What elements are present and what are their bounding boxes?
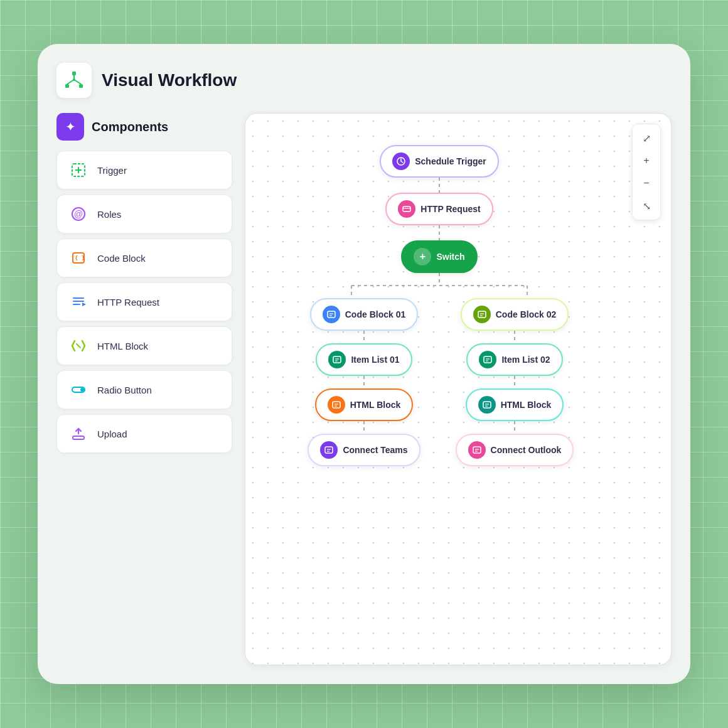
http-icon <box>68 292 88 312</box>
html-block-02-label: HTML Block <box>501 400 552 410</box>
connector-1 <box>439 178 440 193</box>
sidebar: ✦ Components Trigger @ Roles <box>56 113 232 665</box>
switch-icon: + <box>414 248 431 265</box>
connect-outlook-label: Connect Outlook <box>491 445 562 455</box>
components-header: ✦ Components <box>56 113 232 141</box>
node-html-block-02[interactable]: HTML Block <box>466 388 564 421</box>
svg-rect-43 <box>478 311 486 318</box>
html-block-02-icon <box>478 396 496 414</box>
app-title: Visual Workflow <box>102 70 237 90</box>
connect-teams-icon <box>320 441 338 459</box>
http-request-label: HTTP Request <box>420 204 480 214</box>
svg-line-18 <box>77 344 80 348</box>
components-label: Components <box>92 120 168 134</box>
sidebar-item-trigger[interactable]: Trigger <box>56 151 232 190</box>
sidebar-label-html-block: HTML Block <box>97 341 148 351</box>
connector-html01-teams <box>363 421 365 434</box>
zoom-in-button[interactable]: + <box>636 151 656 171</box>
html-block-01-label: HTML Block <box>350 400 401 410</box>
canvas-controls: ⤢ + − ⤡ <box>632 124 661 220</box>
html-block-01-icon <box>328 396 345 414</box>
svg-point-6 <box>73 78 75 81</box>
svg-rect-2 <box>79 84 83 88</box>
item-list-01-label: Item List 01 <box>351 355 399 365</box>
svg-rect-1 <box>65 84 69 88</box>
svg-rect-49 <box>483 402 491 408</box>
svg-rect-31 <box>328 311 335 318</box>
branch-connector-svg <box>276 273 602 298</box>
connector-cb01-il01 <box>363 331 365 343</box>
svg-rect-37 <box>333 402 340 408</box>
node-code-block-01[interactable]: Code Block 01 <box>310 298 418 331</box>
sidebar-label-upload: Upload <box>97 429 127 439</box>
main-content: ✦ Components Trigger @ Roles <box>56 113 672 665</box>
svg-marker-17 <box>82 302 86 306</box>
sidebar-label-http-request: HTTP Request <box>97 297 159 308</box>
schedule-trigger-icon <box>392 153 410 170</box>
code-block-01-icon <box>323 306 340 323</box>
connect-outlook-icon <box>468 441 486 459</box>
upload-icon <box>68 424 88 444</box>
schedule-trigger-label: Schedule Trigger <box>415 156 486 166</box>
svg-rect-46 <box>484 356 491 363</box>
code-block-icon: { } <box>68 248 88 268</box>
radio-icon <box>68 380 88 400</box>
item-list-02-label: Item List 02 <box>501 355 550 365</box>
expand-button[interactable]: ⤢ <box>636 128 656 148</box>
switch-label: Switch <box>436 252 464 262</box>
connector-2 <box>439 225 440 240</box>
sidebar-item-roles[interactable]: @ Roles <box>56 195 232 233</box>
code-block-01-label: Code Block 01 <box>345 309 405 319</box>
svg-rect-25 <box>403 206 410 211</box>
code-block-02-icon <box>473 306 491 323</box>
sidebar-item-http-request[interactable]: HTTP Request <box>56 282 232 321</box>
connector-html02-outlook <box>514 421 515 434</box>
node-switch[interactable]: + Switch <box>401 240 477 273</box>
connector-il02-html02 <box>514 376 515 388</box>
sidebar-item-html-block[interactable]: HTML Block <box>56 326 232 365</box>
svg-text:@: @ <box>74 209 83 219</box>
code-block-02-label: Code Block 02 <box>496 309 556 319</box>
svg-point-20 <box>80 388 84 392</box>
roles-icon: @ <box>68 204 88 224</box>
node-html-block-01[interactable]: HTML Block <box>315 388 414 421</box>
node-item-list-02[interactable]: Item List 02 <box>466 343 562 376</box>
item-list-01-icon <box>328 351 346 368</box>
sidebar-item-radio-button[interactable]: Radio Button <box>56 370 232 409</box>
node-connect-teams[interactable]: Connect Teams <box>308 434 420 466</box>
node-schedule-trigger[interactable]: Schedule Trigger <box>380 145 499 178</box>
svg-rect-52 <box>473 447 481 453</box>
workflow-canvas: ⤢ + − ⤡ Schedule Trigger <box>245 113 672 665</box>
node-connect-outlook[interactable]: Connect Outlook <box>456 434 574 466</box>
svg-line-24 <box>401 161 403 163</box>
components-icon: ✦ <box>56 113 84 141</box>
node-item-list-01[interactable]: Item List 01 <box>316 343 412 376</box>
node-http-request[interactable]: HTTP Request <box>385 193 493 225</box>
connect-teams-label: Connect Teams <box>343 445 407 455</box>
app-logo <box>56 63 92 98</box>
network-icon <box>64 70 84 90</box>
item-list-02-icon <box>479 351 496 368</box>
zoom-out-button[interactable]: − <box>636 173 656 193</box>
sidebar-label-code-block: Code Block <box>97 253 146 264</box>
svg-rect-21 <box>73 436 84 439</box>
connector-il01-html01 <box>363 376 365 388</box>
trigger-icon <box>68 160 88 180</box>
main-card: Visual Workflow ✦ Components Trigger @ <box>38 44 690 684</box>
connector-cb02-il02 <box>514 331 515 343</box>
svg-rect-34 <box>333 356 341 363</box>
sidebar-item-upload[interactable]: Upload <box>56 414 232 453</box>
node-code-block-02[interactable]: Code Block 02 <box>461 298 569 331</box>
svg-rect-40 <box>325 447 333 453</box>
sidebar-label-trigger: Trigger <box>97 165 127 176</box>
sidebar-label-radio-button: Radio Button <box>97 385 152 395</box>
sidebar-item-code-block[interactable]: { } Code Block <box>56 238 232 277</box>
sidebar-label-roles: Roles <box>97 209 121 220</box>
app-header: Visual Workflow <box>56 63 672 98</box>
fit-button[interactable]: ⤡ <box>636 196 656 216</box>
html-icon <box>68 336 88 356</box>
http-request-icon <box>398 200 415 218</box>
svg-text:{  }: { } <box>75 255 85 261</box>
svg-rect-0 <box>72 72 76 75</box>
